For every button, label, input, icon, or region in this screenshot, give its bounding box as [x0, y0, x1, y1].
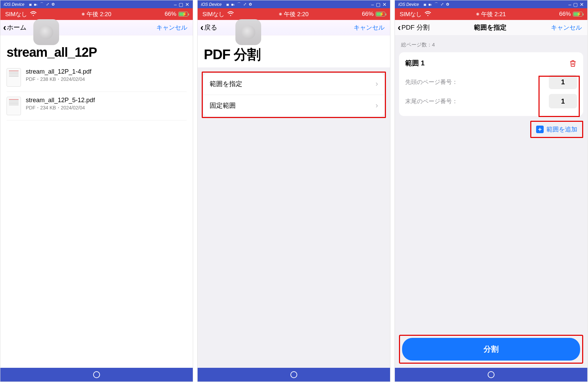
app-switcher-ghost-icon [33, 19, 59, 45]
plus-icon: + [536, 126, 544, 133]
back-label: 戻る [204, 23, 217, 32]
sim-status: SIMなし [202, 10, 224, 18]
option-specify-range[interactable]: 範囲を指定 › [203, 73, 384, 95]
maximize-button[interactable]: ▢ [573, 2, 578, 7]
file-name: stream_all_12P_5-12.pdf [26, 97, 95, 104]
nav-title: 範囲を指定 [474, 23, 507, 32]
file-row[interactable]: stream_all_12P_1-4.pdf PDF・238 KB・2024/0… [7, 63, 187, 92]
video-icon[interactable]: ■‹ [231, 2, 235, 7]
headphones-icon[interactable]: ⌒ [434, 2, 438, 7]
back-label: ホーム [7, 23, 26, 32]
home-button[interactable] [488, 371, 495, 378]
sim-status: SIMなし [400, 10, 422, 18]
headphones-icon[interactable]: ⌒ [40, 2, 44, 7]
record-icon [476, 13, 479, 15]
fullscreen-icon[interactable]: ⤢ [46, 2, 49, 7]
video-icon[interactable]: ■‹ [429, 2, 432, 7]
option-fixed-range[interactable]: 固定範囲 › [203, 95, 384, 116]
chevron-left-icon: ‹ [200, 23, 203, 32]
headphones-icon[interactable]: ⌒ [237, 2, 241, 7]
back-button[interactable]: ‹ 戻る [200, 23, 217, 32]
record-icon [279, 13, 282, 15]
annotation-highlight [539, 76, 580, 117]
fullscreen-icon[interactable]: ⤢ [441, 2, 444, 7]
chevron-left-icon: ‹ [398, 23, 401, 32]
maximize-button[interactable]: ▢ [179, 2, 183, 7]
annotation-highlight: 範囲を指定 › 固定範囲 › [202, 72, 386, 118]
close-button[interactable]: ✕ [185, 2, 189, 7]
file-name: stream_all_12P_1-4.pdf [26, 68, 91, 75]
battery-percent: 66% [559, 11, 571, 18]
chevron-right-icon: › [376, 101, 378, 110]
sim-status: SIMなし [5, 10, 27, 18]
chevron-right-icon: › [376, 79, 378, 88]
total-pages-label: 総ページ数：4 [399, 40, 583, 52]
back-button[interactable]: ‹ PDF 分割 [398, 23, 430, 32]
wifi-icon [227, 11, 234, 18]
battery-icon: ⚡ [376, 12, 385, 17]
close-button[interactable]: ✕ [382, 2, 387, 7]
file-meta: PDF・234 KB・2024/02/04 [26, 105, 95, 111]
options-list: 範囲を指定 › 固定範囲 › [203, 73, 384, 116]
minimize-button[interactable]: – [568, 2, 571, 7]
record-icon [82, 13, 85, 15]
ios-status-bar: SIMなし 午後 2:20 66% ⚡ [0, 8, 193, 20]
battery-percent: 66% [165, 11, 176, 18]
split-button[interactable]: 分割 [402, 338, 580, 361]
android-nav-bar [0, 368, 193, 382]
camera-icon[interactable]: ◙ [29, 2, 32, 7]
screen-2: iOS Device ◙ ■‹ ⌒ ⤢ ✿ – ▢ ✕ SIMなし 午後 2:2… [197, 0, 390, 382]
range-card: 範囲 1 先頭のページ番号： 1 末尾のページ番号： 1 [399, 52, 583, 116]
screen-1: iOS Device ◙ ■‹ ⌒ ⤢ ✿ – ▢ ✕ SIMなし 午後 2:2… [0, 0, 193, 382]
chevron-left-icon: ‹ [3, 23, 6, 32]
ios-status-bar: SIMなし 午後 2:21 66% ⚡ [395, 8, 587, 20]
screen-3: iOS Device ◙ ■‹ ⌒ ⤢ ✿ – ▢ ✕ SIMなし 午後 2:2… [395, 0, 588, 382]
annotation-highlight: 分割 [399, 335, 583, 364]
simulator-titlebar: iOS Device ◙ ■‹ ⌒ ⤢ ✿ – ▢ ✕ [395, 0, 587, 8]
battery-percent: 66% [362, 11, 374, 18]
nav-bar: ‹ ホーム キャンセル [0, 20, 193, 35]
page-title: stream_all_12P [0, 35, 193, 63]
cancel-button[interactable]: キャンセル [354, 23, 385, 32]
back-button[interactable]: ‹ ホーム [3, 23, 26, 32]
simulator-titlebar: iOS Device ◙ ■‹ ⌒ ⤢ ✿ – ▢ ✕ [198, 0, 390, 8]
page-title: PDF 分割 [198, 35, 390, 67]
gear-icon[interactable]: ✿ [446, 2, 449, 7]
gear-icon[interactable]: ✿ [52, 2, 55, 7]
back-label: PDF 分割 [401, 23, 429, 32]
camera-icon[interactable]: ◙ [424, 2, 426, 7]
end-page-label: 末尾のページ番号： [405, 97, 458, 105]
start-page-label: 先頭のページ番号： [405, 78, 458, 86]
nav-bar: ‹ PDF 分割 範囲を指定 キャンセル [395, 20, 587, 35]
home-button[interactable] [290, 371, 297, 378]
clock: 午後 2:20 [87, 10, 111, 18]
trash-icon[interactable] [569, 59, 577, 67]
camera-icon[interactable]: ◙ [226, 2, 229, 7]
minimize-button[interactable]: – [174, 2, 177, 7]
annotation-highlight: + 範囲を追加 [530, 121, 583, 138]
ios-status-bar: SIMなし 午後 2:20 66% ⚡ [198, 8, 390, 20]
clock: 午後 2:20 [284, 10, 309, 18]
cancel-button[interactable]: キャンセル [156, 23, 187, 32]
option-label: 範囲を指定 [210, 79, 242, 88]
battery-icon: ⚡ [178, 12, 188, 17]
maximize-button[interactable]: ▢ [376, 2, 380, 7]
cancel-button[interactable]: キャンセル [551, 23, 582, 32]
wifi-icon [30, 11, 37, 18]
close-button[interactable]: ✕ [580, 2, 584, 7]
android-nav-bar [198, 368, 390, 382]
add-range-label: 範囲を追加 [546, 125, 577, 133]
simulator-titlebar: iOS Device ◙ ■‹ ⌒ ⤢ ✿ – ▢ ✕ [0, 0, 193, 8]
video-icon[interactable]: ■‹ [34, 2, 37, 7]
battery-icon: ⚡ [573, 12, 583, 17]
home-button[interactable] [93, 371, 100, 378]
file-row[interactable]: stream_all_12P_5-12.pdf PDF・234 KB・2024/… [7, 92, 187, 120]
nav-bar: ‹ 戻る キャンセル [198, 20, 390, 35]
minimize-button[interactable]: – [371, 2, 374, 7]
file-list: stream_all_12P_1-4.pdf PDF・238 KB・2024/0… [0, 63, 193, 120]
fullscreen-icon[interactable]: ⤢ [243, 2, 246, 7]
app-switcher-ghost-icon [235, 19, 261, 45]
gear-icon[interactable]: ✿ [249, 2, 252, 7]
wifi-icon [424, 11, 431, 18]
add-range-button[interactable]: + 範囲を追加 [531, 122, 582, 137]
